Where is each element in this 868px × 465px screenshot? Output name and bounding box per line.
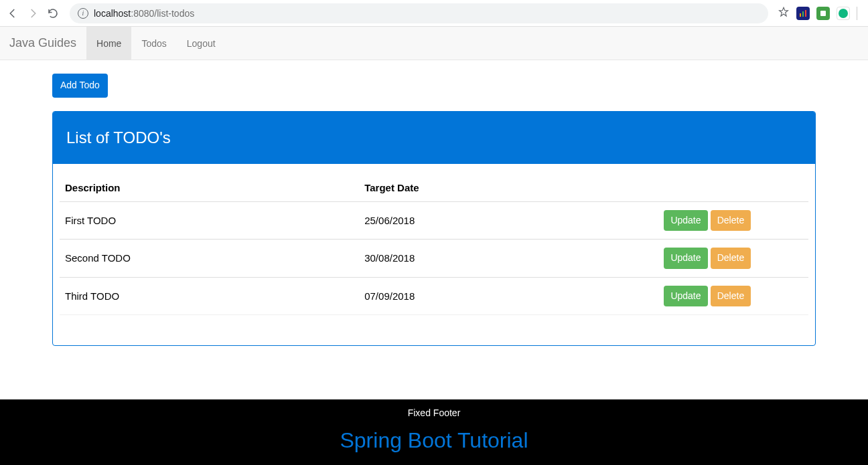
app-navbar: Java Guides Home Todos Logout bbox=[0, 27, 868, 60]
delete-button[interactable]: Delete bbox=[711, 210, 751, 231]
nav-link-todos[interactable]: Todos bbox=[131, 27, 176, 60]
todo-target-date: 25/06/2018 bbox=[359, 201, 658, 240]
fixed-footer: Fixed Footer Spring Boot Tutorial bbox=[0, 399, 868, 465]
panel-heading: List of TODO's bbox=[53, 112, 815, 164]
update-button[interactable]: Update bbox=[664, 286, 707, 307]
todo-target-date: 30/08/2018 bbox=[359, 240, 658, 278]
col-header-description: Description bbox=[60, 174, 359, 202]
url-path: :8080/list-todos bbox=[131, 8, 194, 19]
panel-body: Description Target Date First TODO25/06/… bbox=[53, 164, 815, 326]
update-button[interactable]: Update bbox=[664, 248, 707, 269]
nav-link-logout[interactable]: Logout bbox=[177, 27, 226, 60]
table-row: Second TODO30/08/2018Update Delete bbox=[60, 240, 808, 278]
todo-target-date: 07/09/2018 bbox=[359, 277, 658, 315]
footer-label: Fixed Footer bbox=[0, 407, 868, 418]
extension-icon-2[interactable] bbox=[816, 7, 830, 20]
nav-link-home[interactable]: Home bbox=[86, 27, 131, 60]
col-header-actions bbox=[658, 174, 808, 202]
update-button[interactable]: Update bbox=[664, 210, 707, 231]
address-bar[interactable]: i localhost:8080/list-todos bbox=[70, 3, 768, 23]
todo-table: Description Target Date First TODO25/06/… bbox=[60, 174, 808, 316]
col-header-target-date: Target Date bbox=[359, 174, 658, 202]
url-host: localhost bbox=[94, 8, 131, 19]
table-row: First TODO25/06/2018Update Delete bbox=[60, 201, 808, 240]
footer-title[interactable]: Spring Boot Tutorial bbox=[0, 428, 868, 453]
svg-rect-2 bbox=[805, 10, 806, 17]
panel-title: List of TODO's bbox=[66, 128, 802, 147]
extension-icon-1[interactable] bbox=[796, 7, 810, 20]
toolbar-right bbox=[778, 6, 863, 21]
delete-button[interactable]: Delete bbox=[711, 248, 751, 269]
todo-description: Third TODO bbox=[60, 277, 359, 315]
add-todo-button[interactable]: Add Todo bbox=[52, 74, 108, 98]
svg-rect-0 bbox=[800, 13, 801, 17]
todo-description: Second TODO bbox=[60, 240, 359, 278]
toolbar-divider bbox=[857, 7, 857, 20]
forward-button[interactable] bbox=[25, 6, 40, 21]
todo-description: First TODO bbox=[60, 201, 359, 240]
navbar-brand[interactable]: Java Guides bbox=[5, 27, 86, 60]
extension-icon-3[interactable] bbox=[837, 7, 850, 20]
main-container: Add Todo List of TODO's Description Targ… bbox=[52, 60, 816, 346]
table-row: Third TODO07/09/2018Update Delete bbox=[60, 277, 808, 315]
reload-button[interactable] bbox=[46, 6, 60, 21]
todo-panel: List of TODO's Description Target Date F… bbox=[52, 111, 816, 347]
site-info-icon[interactable]: i bbox=[78, 8, 88, 19]
back-button[interactable] bbox=[5, 6, 20, 21]
delete-button[interactable]: Delete bbox=[711, 286, 751, 307]
browser-toolbar: i localhost:8080/list-todos bbox=[0, 0, 868, 27]
svg-rect-3 bbox=[820, 11, 826, 16]
svg-rect-1 bbox=[802, 11, 804, 17]
bookmark-star-icon[interactable] bbox=[778, 6, 790, 21]
url-text: localhost:8080/list-todos bbox=[94, 8, 194, 19]
